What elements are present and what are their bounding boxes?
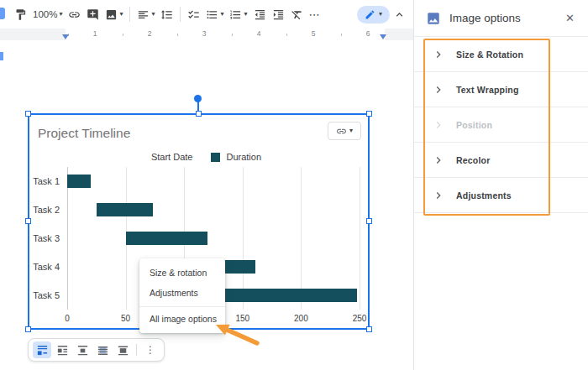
sidebar-sections: Size & Rotation Text Wrapping Position R… [414,37,588,213]
ruler-number: 5 [312,29,316,38]
ruler[interactable]: 123456 [0,29,413,40]
clear-formatting-icon [291,8,303,21]
zoom-select[interactable]: 100% ▾ [30,7,65,22]
align-left-icon [137,8,150,21]
indent-marker-right[interactable] [380,34,386,39]
ruler-number: 3 [202,29,207,38]
chart-y-tick-label: Task 3 [33,233,60,243]
wrap-text-button[interactable] [53,341,71,358]
in-front-of-text-icon [117,344,129,357]
numbered-list-button[interactable]: ▾ [227,6,249,23]
document-canvas[interactable]: Project Timeline ▾ Start Date Duration T… [0,40,413,370]
close-icon: ✕ [565,12,575,24]
caret-down-icon: ▾ [379,11,382,18]
chart-y-tick-label: Task 1 [33,176,60,186]
gantt-bar [97,203,153,216]
decrease-indent-button[interactable] [251,6,269,23]
more-image-options-button[interactable]: ⋮ [141,341,160,358]
in-front-of-text-button[interactable] [113,341,132,358]
linked-chart-icon [336,126,347,137]
chart-x-tick-label: 50 [121,314,130,323]
rotation-handle[interactable] [194,95,202,102]
ruler-number: 4 [257,29,261,38]
chevron-right-icon [432,154,445,167]
chevron-right-icon [432,118,445,132]
ruler-number: 1 [93,29,97,38]
cropped-edge-marker [0,52,3,60]
break-text-icon [76,344,89,357]
behind-text-button[interactable] [93,341,112,358]
format-paint-button[interactable] [12,6,29,23]
editing-mode-button[interactable]: ▾ [357,6,390,23]
sidebar-section[interactable]: Adjustments [414,178,588,213]
chart-gridline [67,167,68,310]
resize-handle-middle-right[interactable] [366,218,372,224]
toolbar-separator [129,7,130,22]
sidebar-section[interactable]: Recolor [414,143,588,178]
resize-handle-top-middle[interactable] [196,111,202,117]
sidebar-section[interactable]: Size & Rotation [414,37,588,72]
chart-y-labels: Task 1Task 2Task 3Task 4Task 5 [29,167,63,310]
caret-down-icon: ▾ [151,11,155,18]
edit-pencil-icon [365,9,375,20]
sidebar-section-label: Text Wrapping [456,85,519,95]
chevron-up-icon [393,8,406,21]
context-menu-item[interactable]: Adjustments [139,283,225,303]
editor-pane: 100% ▾ ▾ ▾ [0,0,413,370]
more-toolbar-button[interactable]: ⋯ [307,6,323,23]
annotation-arrow [202,317,269,351]
toolbar: 100% ▾ ▾ ▾ [0,0,413,29]
resize-handle-top-right[interactable] [366,111,372,117]
image-options-panel: Image options ✕ Size & Rotation Text Wra… [413,0,588,370]
resize-handle-top-left[interactable] [25,111,31,117]
increase-indent-button[interactable] [270,6,287,23]
context-menu-item[interactable]: Size & rotation [139,263,225,283]
ruler-tick [123,34,123,36]
google-docs-app: 100% ▾ ▾ ▾ [0,0,588,370]
ruler-margin-right [385,29,413,40]
image-alignment-toolbar: ⋮ [28,338,165,362]
chart-x-tick-label: 200 [294,314,308,323]
toolbar-separator [136,344,137,356]
align-button[interactable]: ▾ [134,6,157,23]
zoom-value: 100% [33,9,57,19]
line-spacing-button[interactable] [158,6,176,23]
more-vertical-icon: ⋮ [145,344,155,356]
indent-marker-left[interactable] [62,34,69,39]
chart-title: Project Timeline [38,126,130,141]
cropped-edge-marker [0,8,5,19]
add-comment-button[interactable] [84,6,102,23]
sidebar-header: Image options ✕ [414,0,588,37]
sidebar-section-label: Adjustments [456,190,512,201]
checklist-button[interactable] [185,6,202,23]
sidebar-section[interactable]: Text Wrapping [414,72,588,107]
sidebar-section-label: Position [456,120,492,130]
sidebar-section-label: Size & Rotation [456,50,523,60]
resize-handle-middle-left[interactable] [25,218,31,224]
insert-link-button[interactable] [66,6,83,23]
inline-with-text-button[interactable] [33,341,51,358]
numbered-list-icon [229,8,242,21]
close-sidebar-button[interactable]: ✕ [564,10,576,26]
ruler-number: 2 [148,29,152,38]
break-text-button[interactable] [73,341,92,358]
linked-chart-options-button[interactable]: ▾ [328,122,361,140]
legend-swatch-duration [211,153,220,162]
hide-menus-button[interactable] [391,6,408,23]
behind-text-icon [97,344,109,357]
caret-down-icon: ▾ [59,11,62,18]
gantt-bar [126,232,207,245]
resize-handle-bottom-right[interactable] [366,326,372,332]
insert-image-button[interactable]: ▾ [102,6,125,23]
clear-formatting-button[interactable] [288,6,306,23]
ruler-tick [341,34,342,36]
inline-icon [36,344,49,357]
sidebar-section-label: Recolor [456,155,491,165]
bulleted-list-button[interactable]: ▾ [203,6,226,23]
resize-handle-bottom-left[interactable] [25,326,31,332]
wrap-text-icon [56,344,69,357]
caret-down-icon: ▾ [349,128,353,134]
chart-gridline [360,167,360,310]
sidebar-section[interactable]: Position [414,107,588,143]
legend-label-start-date: Start Date [151,152,193,162]
